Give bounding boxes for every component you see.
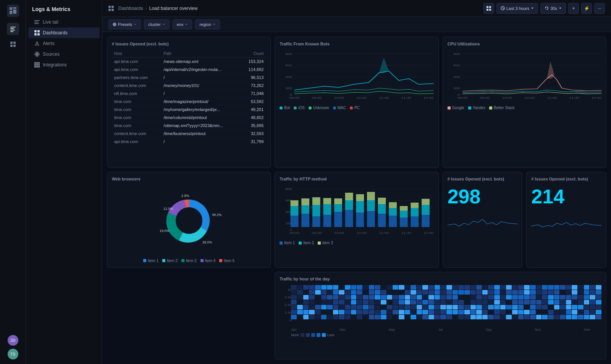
cluster-filter[interactable]: cluster xyxy=(144,19,169,29)
sidebar-item-livetail[interactable]: Live tail xyxy=(28,17,100,27)
svg-rect-113 xyxy=(356,213,364,227)
heatmap-cell xyxy=(488,300,494,304)
heatmap-cell xyxy=(435,310,440,314)
add-btn[interactable]: + xyxy=(568,3,579,14)
heatmap-cell xyxy=(375,285,380,290)
heatmap-cell xyxy=(357,290,362,295)
heatmap-cell xyxy=(291,285,297,290)
header: Dashboards › Load balancer overview Last… xyxy=(102,0,611,17)
alerts-icon xyxy=(34,41,40,46)
heatmap-cell xyxy=(387,315,393,319)
svg-rect-3 xyxy=(10,11,12,14)
heatmap-cell xyxy=(458,315,464,319)
heatmap-cell xyxy=(315,285,321,290)
heatmap-cell xyxy=(428,300,434,304)
heatmap-cell xyxy=(381,300,386,304)
heatmap-cell xyxy=(405,305,411,309)
heatmap-cell xyxy=(446,295,452,300)
heatmap-cell xyxy=(566,315,572,319)
heatmap-cell xyxy=(518,300,524,304)
svg-rect-39 xyxy=(487,9,488,11)
heatmap-cell xyxy=(554,310,560,314)
svg-rect-96 xyxy=(291,206,299,216)
table-row: nft.time.com / 71,048 xyxy=(112,90,266,98)
heatmap-cell xyxy=(405,285,411,290)
svg-rect-6 xyxy=(10,30,15,31)
svg-rect-121 xyxy=(378,198,386,204)
heatmap-cell xyxy=(422,310,428,314)
heatmap-cell xyxy=(453,300,458,304)
heatmap-cell xyxy=(327,305,333,309)
flash-btn[interactable]: ⚡ xyxy=(581,3,592,14)
table-row: content.time.com /money/money101/ 73,262 xyxy=(112,82,266,90)
heatmap-cell xyxy=(476,315,482,319)
svg-rect-109 xyxy=(334,198,342,204)
cell-host: time.com xyxy=(112,98,161,106)
heatmap-cell xyxy=(375,300,380,304)
heatmap-cell xyxy=(548,290,554,295)
svg-rect-98 xyxy=(302,214,310,227)
heatmap-cell xyxy=(542,305,548,309)
sidebar-item-alerts[interactable]: Alerts xyxy=(28,38,100,49)
time-range-btn[interactable]: Last 3 hours xyxy=(496,3,538,14)
rail-icon-grid[interactable] xyxy=(7,38,19,50)
heatmap-cell xyxy=(399,315,404,319)
heatmap-cell xyxy=(357,305,362,309)
heatmap-cell xyxy=(440,310,446,314)
heatmap-cell xyxy=(333,295,339,300)
heatmap-cell xyxy=(351,315,357,319)
svg-line-43 xyxy=(503,8,504,9)
svg-rect-11 xyxy=(13,45,16,47)
sidebar-item-sources[interactable]: Sources xyxy=(28,49,100,60)
heatmap-cell xyxy=(375,310,380,314)
heatmap-cell xyxy=(536,295,542,300)
cell-count: 53,592 xyxy=(240,98,266,106)
svg-text:11:30: 11:30 xyxy=(401,96,411,100)
heatmap-cell xyxy=(590,305,595,309)
cell-count: 31,799 xyxy=(240,138,266,146)
rail-icon-logs[interactable] xyxy=(7,23,19,35)
heatmap-cell xyxy=(417,305,422,309)
heatmap-cell xyxy=(524,290,530,295)
heatmap-cell xyxy=(464,315,470,319)
heatmap-cell xyxy=(458,300,464,304)
heatmap-cell xyxy=(518,310,524,314)
heatmap-cell xyxy=(357,310,362,314)
sidebar-item-integrations[interactable]: Integrations xyxy=(28,60,100,70)
layout-btn[interactable] xyxy=(483,3,494,14)
more-btn[interactable]: ··· xyxy=(594,3,605,14)
heatmap-cell xyxy=(435,285,440,290)
sidebar-item-dashboards[interactable]: Dashboards xyxy=(28,27,100,38)
region-filter[interactable]: region xyxy=(195,19,220,29)
heatmap-cell xyxy=(387,310,393,314)
heatmap-cell xyxy=(399,295,404,300)
breadcrumb-dashboards[interactable]: Dashboards xyxy=(118,6,143,11)
heatmap-cell xyxy=(363,285,369,290)
heatmap-cell xyxy=(518,285,524,290)
heatmap-cell xyxy=(542,295,548,300)
heatmap-cell xyxy=(351,300,357,304)
heatmap-cell xyxy=(411,290,416,295)
heatmap-cell xyxy=(584,305,590,309)
heatmap-cell xyxy=(554,315,560,319)
svg-rect-104 xyxy=(323,215,331,227)
heatmap-cell xyxy=(536,290,542,295)
breadcrumb-separator: › xyxy=(145,6,147,11)
avatar-ts[interactable]: TS xyxy=(8,349,18,359)
presets-filter[interactable]: Presets xyxy=(108,19,141,29)
cell-count: 153,324 xyxy=(240,58,266,66)
svg-rect-27 xyxy=(34,64,36,66)
issues-num-container: # Issues Opened (excl. bots) 298 # Issue… xyxy=(443,172,606,267)
heatmap-cell xyxy=(393,285,398,290)
refresh-btn[interactable]: 30s xyxy=(540,3,566,14)
svg-text:11:00: 11:00 xyxy=(547,96,557,100)
region-label: region xyxy=(199,22,211,27)
heatmap-cell xyxy=(339,315,344,319)
env-filter[interactable]: env xyxy=(173,19,192,29)
heatmap-cell xyxy=(315,310,321,314)
heatmap-cell xyxy=(315,300,321,304)
avatar-jd[interactable]: JD xyxy=(8,335,18,346)
dashboard-header-icon xyxy=(108,6,114,11)
svg-rect-15 xyxy=(34,30,37,32)
svg-text:10:00: 10:00 xyxy=(334,231,344,235)
